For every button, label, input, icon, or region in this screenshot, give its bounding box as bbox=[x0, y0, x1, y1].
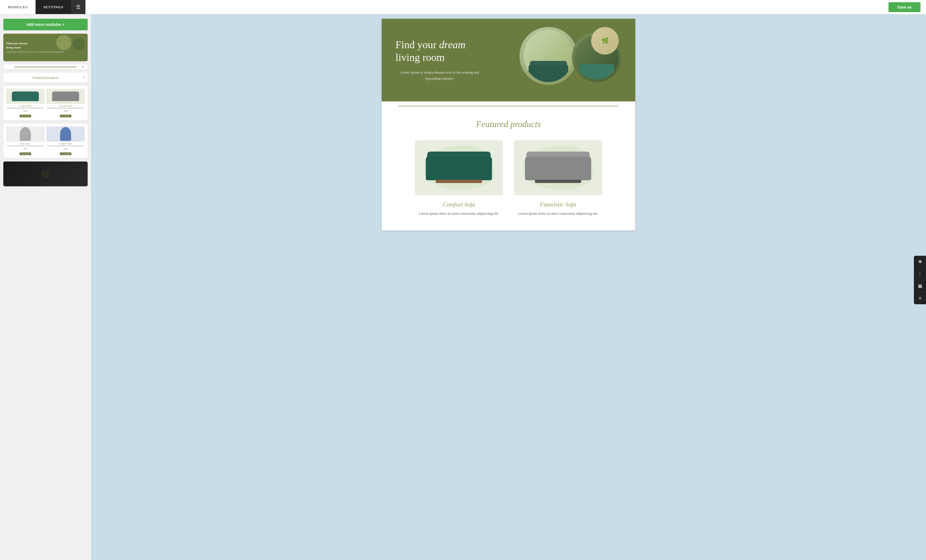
sidebar-product-futuristic-sofa: Futuristic Sofa Lorem ipsum dolor sit am… bbox=[46, 89, 85, 118]
canvas-divider-section bbox=[382, 101, 635, 111]
sidebar-hero-card[interactable]: Find your dreamliving room Lorem Ipsum i… bbox=[3, 33, 88, 61]
futuristic-sofa-image-area bbox=[514, 140, 602, 195]
sidebar-product-comfort-chair: Comfort Chair Lorem ipsum dolor sit amet… bbox=[46, 127, 85, 156]
sidebar-comfort-sofa-btn[interactable]: Go to store bbox=[20, 115, 31, 117]
toolbar-move-button[interactable]: ✥ bbox=[914, 256, 926, 268]
sidebar-products-grid: Comfort Sofa Lorem ipsum dolor sit amet … bbox=[6, 89, 85, 118]
hero-images-column: 🌿 bbox=[484, 30, 622, 91]
sidebar-comfort-sofa-desc: Lorem ipsum dolor sit amet consectetur a… bbox=[6, 107, 45, 109]
featured-products-title: Featured products bbox=[395, 119, 622, 129]
sidebar-grey-chair-btn[interactable]: Go to store bbox=[20, 152, 31, 155]
sidebar-futuristic-sofa-image bbox=[46, 89, 85, 104]
right-toolbar: ✥ ⋮ ▦ ✕ bbox=[914, 256, 926, 304]
product-item-comfort-sofa: Comfort Sofa Lorem ipsum dolor sit amet … bbox=[415, 140, 503, 216]
sidebar-panel: Add more modules + Find your dreamliving… bbox=[0, 14, 91, 560]
futuristic-sofa-desc: Lorem ipsum dolor sit amet consectetur a… bbox=[514, 211, 602, 216]
sidebar-comfort-chair-name: Comfort Chair bbox=[46, 142, 85, 145]
comfort-sofa-name: Comfort Sofa bbox=[415, 201, 503, 208]
sidebar-hero-circle-2 bbox=[73, 38, 85, 50]
sidebar-grey-chair-desc: Lorem ipsum dolor sit amet consectetur a… bbox=[6, 145, 45, 147]
comfort-sofa-image-area bbox=[415, 140, 503, 195]
futuristic-sofa-shape bbox=[525, 156, 591, 180]
move-icon: ✥ bbox=[918, 259, 922, 264]
sofa-shape-gray bbox=[52, 91, 79, 101]
comfort-sofa-shape bbox=[426, 156, 492, 180]
sidebar-hero-text-block: Find your dreamliving room Lorem Ipsum i… bbox=[6, 41, 65, 54]
hero-circle-small: 🌿 bbox=[591, 27, 619, 54]
sidebar-futuristic-sofa-name: Futuristic Sofa bbox=[46, 105, 85, 107]
sidebar-products-chairs-card[interactable]: Grey Chair Lorem ipsum dolor sit amet co… bbox=[3, 124, 88, 158]
bottom-card-interior: 🌿 bbox=[3, 162, 88, 186]
sidebar-hero-body: Lorem Ipsum is simply dummy text of the … bbox=[6, 51, 65, 53]
sidebar-featured-card[interactable]: ✓ Featured products bbox=[3, 73, 88, 83]
close-icon: ✕ bbox=[918, 296, 922, 301]
sidebar-comfort-sofa-name: Comfort Sofa bbox=[6, 105, 45, 107]
sidebar-comfort-chair-image bbox=[46, 127, 85, 142]
hero-circle-large bbox=[519, 27, 577, 85]
sidebar-grey-chair-image bbox=[6, 127, 45, 142]
hamburger-icon: ☰ bbox=[76, 4, 80, 10]
divider-arrow-icon: ▼ bbox=[82, 65, 85, 69]
sidebar-product-grey-chair: Grey Chair Lorem ipsum dolor sit amet co… bbox=[6, 127, 45, 156]
copy-icon: ▦ bbox=[918, 283, 922, 289]
sidebar-products-sofas-card[interactable]: ✓ Comfort Sofa Lorem ipsum dolor sit ame… bbox=[3, 86, 88, 120]
nav-settings-tab[interactable]: SETTINGS bbox=[36, 0, 71, 14]
hero-title-italic: dream bbox=[439, 39, 466, 50]
toolbar-copy-button[interactable]: ▦ bbox=[914, 280, 926, 292]
futuristic-sofa-name: Futuristic Sofa bbox=[514, 201, 602, 208]
canvas-divider-line bbox=[398, 106, 619, 106]
sidebar-comfort-chair-btn[interactable]: Go to store bbox=[60, 152, 71, 155]
top-navigation: MODULES SETTINGS ☰ Save as bbox=[0, 0, 926, 14]
chair-shape-gray bbox=[20, 127, 31, 141]
sidebar-grey-chair-price: 1495 bbox=[6, 148, 45, 150]
hero-section: Find your dreamliving room Lorem Ipsum i… bbox=[382, 19, 635, 101]
comfort-sofa-desc: Lorem ipsum dolor sit amet consectetur a… bbox=[415, 211, 503, 216]
sliders-icon: ⋮ bbox=[918, 271, 922, 276]
sidebar-grey-chair-name: Grey Chair bbox=[6, 142, 45, 145]
sidebar-futuristic-sofa-btn[interactable]: Go to store bbox=[60, 115, 71, 117]
sidebar-comfort-chair-price: 2295 bbox=[46, 148, 85, 150]
sidebar-divider-card[interactable]: ▼ bbox=[3, 65, 88, 70]
toolbar-close-button[interactable]: ✕ bbox=[914, 292, 926, 304]
add-modules-button[interactable]: Add more modules + bbox=[3, 19, 88, 30]
sidebar-futuristic-sofa-price: 7808 bbox=[46, 110, 85, 112]
products-row: Comfort Sofa Lorem ipsum dolor sit amet … bbox=[395, 140, 622, 216]
featured-label: Featured products bbox=[32, 76, 58, 80]
chair-shape-blue bbox=[60, 127, 71, 141]
sidebar-chairs-grid: Grey Chair Lorem ipsum dolor sit amet co… bbox=[6, 127, 85, 156]
sofa-shape-green bbox=[12, 91, 39, 101]
hero-subtitle: Lorem Ipsum is simply dummy text of the … bbox=[395, 70, 484, 82]
hero-text-column: Find your dreamliving room Lorem Ipsum i… bbox=[395, 39, 484, 81]
sidebar-comfort-sofa-image bbox=[6, 89, 45, 104]
canvas-area: Find your dreamliving room Lorem Ipsum i… bbox=[91, 14, 926, 560]
sidebar-comfort-sofa-price: 6508 bbox=[6, 110, 45, 112]
sidebar-futuristic-sofa-desc: Lorem ipsum dolor sit amet consectetur a… bbox=[46, 107, 85, 109]
featured-checkmark-icon: ✓ bbox=[82, 75, 85, 80]
sidebar-hero-title: Find your dreamliving room bbox=[6, 41, 65, 50]
featured-products-section: Featured products Comfort Sofa Lorem ips… bbox=[382, 111, 635, 230]
sidebar-comfort-chair-desc: Lorem ipsum dolor sit amet consectetur a… bbox=[46, 145, 85, 147]
hero-title: Find your dreamliving room bbox=[395, 39, 484, 64]
toolbar-adjust-button[interactable]: ⋮ bbox=[914, 268, 926, 280]
hamburger-menu-button[interactable]: ☰ bbox=[71, 0, 85, 14]
sidebar-product-comfort-sofa: Comfort Sofa Lorem ipsum dolor sit amet … bbox=[6, 89, 45, 118]
nav-modules-tab[interactable]: MODULES bbox=[0, 0, 36, 14]
main-layout: Add more modules + Find your dreamliving… bbox=[0, 14, 926, 560]
divider-line bbox=[14, 67, 77, 67]
sidebar-bottom-card[interactable]: 🌿 bbox=[3, 162, 88, 186]
save-as-button[interactable]: Save as bbox=[888, 2, 920, 12]
product-item-futuristic-sofa: Futuristic Sofa Lorem ipsum dolor sit am… bbox=[514, 140, 602, 216]
page-canvas: Find your dreamliving room Lorem Ipsum i… bbox=[382, 19, 635, 230]
